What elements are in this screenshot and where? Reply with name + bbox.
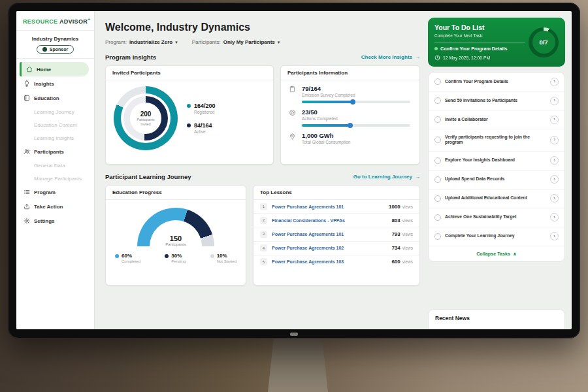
- sidebar: RESOURCE ADVISOR+ Industry Dynamics Spon…: [16, 11, 95, 329]
- sidebar-item-education-content[interactable]: Education Content: [16, 118, 94, 131]
- gauge-center-value: 150: [137, 235, 214, 242]
- stat-value: 1,000 GWh: [302, 132, 350, 139]
- checkbox-icon[interactable]: [434, 97, 441, 104]
- task-row-verify-participants[interactable]: Verify participants requesting to join t…: [429, 129, 564, 152]
- todo-next-task[interactable]: Confirm Your Program Details: [434, 46, 525, 52]
- program-select[interactable]: Program: Industrialize Zero ▾: [105, 39, 178, 45]
- task-row-upload-spend-data[interactable]: Upload Spend Data Records ›: [429, 171, 564, 189]
- checkbox-icon[interactable]: [434, 157, 441, 164]
- chevron-right-icon[interactable]: ›: [550, 116, 559, 124]
- task-row-confirm-program[interactable]: Confirm Your Program Details ›: [429, 73, 564, 91]
- education-gauge-chart: 150 Participants: [137, 208, 214, 246]
- sidebar-item-manage-participants[interactable]: Manage Participants: [16, 172, 94, 185]
- upload-action-icon: [23, 203, 30, 210]
- stat-emission-survey: 79/164 Emission Survey Completed: [281, 80, 419, 97]
- task-row-complete-learning-journey[interactable]: Complete Your Learning Journey ›: [429, 227, 564, 246]
- logo-primary: RESOURCE: [23, 18, 57, 25]
- sponsor-badge[interactable]: Sponsor: [37, 45, 74, 54]
- checkbox-icon[interactable]: [434, 214, 441, 221]
- checkbox-icon[interactable]: [434, 195, 441, 202]
- task-row-explore-insights[interactable]: Explore Your Insights Dashboard ›: [429, 152, 564, 171]
- participants-select[interactable]: Participants: Only My Participants ▾: [192, 39, 280, 45]
- legend-pending: 30% Pending: [165, 253, 186, 263]
- chevron-right-icon[interactable]: ›: [550, 136, 559, 144]
- lesson-link[interactable]: Power Purchase Agreements 102: [272, 246, 387, 250]
- lesson-link[interactable]: Power Purchase Agreements 101: [272, 232, 387, 237]
- todo-summary-card: Your To Do List Complete Your Next Task:…: [428, 18, 565, 67]
- lesson-link[interactable]: Power Purchase Agreements 103: [272, 259, 387, 264]
- chevron-right-icon[interactable]: ›: [550, 232, 559, 240]
- chevron-up-icon: ∧: [513, 251, 517, 257]
- sidebar-item-learning-insights[interactable]: Learning Insights: [16, 131, 94, 144]
- sidebar-item-settings[interactable]: Settings: [16, 214, 94, 228]
- sidebar-item-home[interactable]: Home: [20, 62, 89, 76]
- stat-actions-completed: 23/50 Actions Completed: [281, 104, 419, 121]
- task-row-send-invitations[interactable]: Send 50 Invitations to Participants ›: [429, 91, 564, 110]
- task-row-achieve-target[interactable]: Achieve One Sustainability Target ›: [429, 208, 564, 227]
- lesson-row: 1 Power Purchase Agreements 101 1000view…: [253, 200, 419, 214]
- sidebar-item-learning-journey[interactable]: Learning Journey: [16, 105, 94, 118]
- monitor-bezel: RESOURCE ADVISOR+ Industry Dynamics Spon…: [8, 3, 580, 338]
- dashboard-screen: RESOURCE ADVISOR+ Industry Dynamics Spon…: [16, 11, 572, 329]
- participants-information-card: Participants Information 79/164 Emission…: [280, 65, 420, 165]
- checkbox-icon[interactable]: [434, 176, 441, 183]
- lesson-views: 600: [391, 259, 400, 265]
- learning-journey-header: Participant Learning Journey Go to Learn…: [105, 173, 420, 180]
- todo-task-list: Confirm Your Program Details › Send 50 I…: [428, 72, 565, 262]
- gauge-center-label: Participants: [137, 242, 214, 246]
- lesson-link[interactable]: Financial Considerations - VPPAs: [272, 218, 387, 223]
- sponsor-badge-label: Sponsor: [50, 47, 68, 52]
- education-progress-card: Education Progress 150 Participants: [105, 185, 246, 286]
- lesson-link[interactable]: Power Purchase Agreements 101: [272, 204, 384, 209]
- logo-secondary: ADVISOR: [59, 18, 88, 25]
- chevron-right-icon[interactable]: ›: [550, 78, 559, 86]
- checkbox-icon[interactable]: [434, 137, 441, 143]
- checkbox-icon[interactable]: [434, 233, 441, 240]
- org-name: Industry Dynamics: [16, 36, 94, 42]
- chevron-right-icon[interactable]: ›: [550, 97, 559, 105]
- lesson-rank: 4: [260, 244, 267, 252]
- sidebar-item-education[interactable]: Education: [16, 91, 94, 105]
- sidebar-item-insights[interactable]: Insights: [16, 76, 94, 91]
- sidebar-item-take-action[interactable]: Take Action: [16, 199, 94, 214]
- sidebar-divider: [16, 58, 94, 59]
- todo-progress-count: 0/7: [532, 31, 555, 54]
- collapse-label: Collapse Tasks: [476, 251, 510, 257]
- todo-progress-ring: 0/7: [529, 27, 559, 57]
- stat-value: 23/50: [302, 108, 338, 116]
- lesson-views: 793: [391, 231, 400, 237]
- task-row-invite-collaborator[interactable]: Invite a Collaborator ›: [429, 110, 564, 129]
- task-label: Upload Additional Educational Content: [445, 195, 546, 201]
- chevron-right-icon[interactable]: ›: [550, 213, 559, 221]
- task-label: Upload Spend Data Records: [445, 176, 546, 182]
- check-more-insights-link[interactable]: Check More Insights →: [361, 54, 420, 60]
- todo-title: Your To Do List: [434, 24, 525, 31]
- chevron-right-icon[interactable]: ›: [550, 156, 559, 165]
- top-lessons-card: Top Lessons 1 Power Purchase Agreements …: [253, 185, 420, 286]
- stat-consumption: 1,000 GWh Total Global Consumption: [281, 127, 419, 144]
- lesson-row: 2 Financial Considerations - VPPAs 803vi…: [253, 214, 419, 227]
- sidebar-item-participants[interactable]: Participants: [16, 144, 94, 159]
- views-suffix: views: [402, 232, 413, 237]
- sidebar-item-label: Take Action: [34, 204, 63, 210]
- checkbox-icon[interactable]: [434, 116, 441, 123]
- lesson-views: 734: [391, 245, 400, 251]
- task-row-upload-educational-content[interactable]: Upload Additional Educational Content ›: [429, 189, 564, 208]
- checkbox-icon[interactable]: [434, 78, 441, 85]
- legend-label: Active: [194, 129, 212, 134]
- sidebar-item-program[interactable]: Program: [16, 185, 94, 199]
- legend-completed: 60% Completed: [115, 253, 140, 263]
- sidebar-item-general-data[interactable]: General Data: [16, 159, 94, 172]
- todo-panel: Your To Do List Complete Your Next Task:…: [427, 11, 572, 329]
- chevron-right-icon[interactable]: ›: [550, 175, 559, 184]
- app-logo[interactable]: RESOURCE ADVISOR+: [16, 17, 94, 31]
- collapse-tasks-button[interactable]: Collapse Tasks ∧: [429, 246, 564, 261]
- legend-registered: 164/200 Registered: [187, 103, 216, 114]
- legend-value: 164/200: [194, 103, 216, 109]
- sidebar-item-label: Learning Insights: [34, 135, 74, 141]
- monitor-stand: [268, 336, 328, 392]
- go-to-learning-journey-link[interactable]: Go to Learning Journey →: [353, 174, 420, 180]
- lightbulb-icon: [23, 80, 30, 88]
- task-label: Explore Your Insights Dashboard: [445, 157, 546, 163]
- chevron-right-icon[interactable]: ›: [550, 194, 559, 203]
